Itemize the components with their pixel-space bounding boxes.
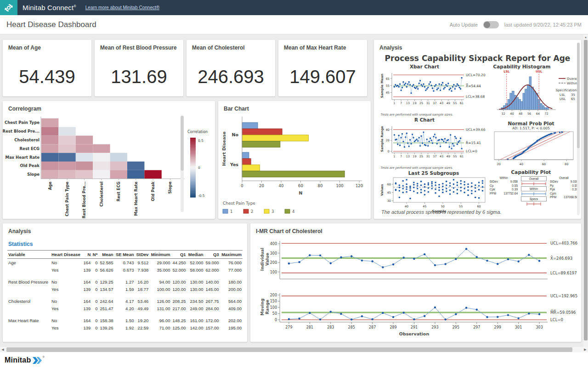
svg-text:287: 287 <box>369 325 376 329</box>
brand-registered-mark: ® <box>74 5 76 8</box>
svg-text:13: 13 <box>406 101 410 105</box>
svg-text:USL: USL <box>560 97 566 101</box>
svg-text:49: 49 <box>447 155 450 158</box>
svg-text:UCL=39.66: UCL=39.66 <box>466 128 486 132</box>
kpi-value: 149.607 <box>278 67 367 87</box>
svg-text:37: 37 <box>433 155 436 158</box>
vertical-scrollbar[interactable]: ▲ <box>583 34 588 347</box>
svg-text:7: 7 <box>400 101 402 105</box>
svg-text:300: 300 <box>270 251 277 256</box>
xbar-chart: Xbar Chart 45556517131925313743495561UCL… <box>379 64 489 113</box>
horizontal-scrollbar-thumb[interactable] <box>6 347 572 352</box>
statistics-table: VariableHeart DiseaseNN*MeanSE MeanStDev… <box>7 250 243 336</box>
sixpack-scrollbar-thumb[interactable] <box>577 43 580 148</box>
auto-update-toggle[interactable] <box>483 21 499 28</box>
svg-text:No: No <box>232 132 239 137</box>
svg-text:60: 60 <box>477 205 481 208</box>
svg-text:55: 55 <box>453 101 457 105</box>
prob-plot-title: Normal Prob Plot <box>490 121 572 126</box>
minitab-footer-logo: Minitab <box>5 356 31 364</box>
svg-text:60: 60 <box>542 162 546 166</box>
svg-text:40: 40 <box>405 205 408 208</box>
svg-text:Old Peak: Old Peak <box>151 181 155 201</box>
panel-title: Correlogram <box>3 101 215 112</box>
svg-text:50: 50 <box>272 312 277 316</box>
svg-text:43: 43 <box>440 101 443 105</box>
svg-text:LCL=38.68: LCL=38.68 <box>466 95 485 99</box>
svg-text:80: 80 <box>318 184 323 188</box>
panel-title: Analysis <box>374 40 581 51</box>
capability-plot-body: WithinStDev9.058Cp0.55Cpk0.39PPM137752.6… <box>490 176 578 206</box>
svg-text:X̄=246.693: X̄=246.693 <box>550 256 572 261</box>
vertical-scrollbar-thumb[interactable] <box>584 40 588 340</box>
panel-title: Bar Chart <box>218 101 371 112</box>
svg-text:65: 65 <box>571 97 575 101</box>
last-updated-text: last updated 9/20/22, 12:45:23 PM <box>504 22 582 28</box>
svg-text:2: 2 <box>251 209 253 214</box>
scroll-left-arrow-icon[interactable]: ◀ <box>0 347 6 352</box>
svg-text:Individual: Individual <box>260 248 265 271</box>
capability-histogram-plot: LSLUSL324048566472OverallWithinSpecifica… <box>490 69 578 121</box>
toggle-knob <box>484 22 490 28</box>
capability-histogram: Capability Histogram LSLUSL324048566472O… <box>490 64 578 123</box>
svg-text:281: 281 <box>306 325 313 329</box>
svg-text:289: 289 <box>390 325 396 329</box>
svg-text:Yes: Yes <box>230 162 238 167</box>
svg-text:100: 100 <box>336 184 343 188</box>
svg-text:301: 301 <box>515 325 522 329</box>
panel-title: Analysis <box>3 223 247 234</box>
table-row: Max Heart RateNo1640158.381.5019.2096.00… <box>7 317 243 324</box>
horizontal-scrollbar[interactable]: ◀ ▶ <box>0 347 588 352</box>
svg-text:3: 3 <box>271 209 274 214</box>
svg-text:200: 200 <box>270 293 277 297</box>
svg-text:Sample Range: Sample Range <box>380 126 384 152</box>
panel-title: I-MR Chart of Cholesterol <box>250 223 581 234</box>
correlogram-card: Correlogram 0.2Chest Pain Type0.33-0.06R… <box>3 101 215 219</box>
svg-text:Max Heart Rate: Max Heart Rate <box>5 155 40 160</box>
page-footer: Minitab ® <box>0 352 588 368</box>
table-spacer-row <box>7 331 243 336</box>
svg-text:UCL=70.20: UCL=70.20 <box>466 73 486 77</box>
svg-text:0.5: 0.5 <box>198 139 204 143</box>
table-row: AgeNo164052.5850.7439.51229.00044.25052.… <box>7 259 243 267</box>
r-chart: R Chart 0204017131925313743495561UCL=39.… <box>379 117 489 167</box>
imr-chart-plot: 100200300400UCL=403.766X̄=246.693LCL=89.… <box>250 235 581 341</box>
statistics-heading[interactable]: Statistics <box>3 234 247 250</box>
svg-text:UCL=192.965: UCL=192.965 <box>550 294 577 298</box>
svg-text:80: 80 <box>565 162 568 166</box>
svg-text:Cholesterol: Cholesterol <box>14 138 40 142</box>
svg-text:Chest Pain Type: Chest Pain Type <box>65 181 69 216</box>
svg-text:45: 45 <box>386 91 390 95</box>
svg-text:4: 4 <box>292 209 294 214</box>
scroll-up-arrow-icon[interactable]: ▲ <box>583 34 588 40</box>
svg-text:283: 283 <box>327 325 334 329</box>
svg-text:50: 50 <box>441 205 445 208</box>
sixpack-scrollbar[interactable] <box>577 43 580 215</box>
svg-text:293: 293 <box>431 325 438 329</box>
svg-text:55: 55 <box>386 84 390 88</box>
table-row: CholesterolNo1640242.644.1753.46126.0020… <box>7 297 243 305</box>
learn-more-link[interactable]: Learn more about Minitab Connect® <box>85 5 159 10</box>
table-spacer-row <box>7 312 243 317</box>
table-row: Yes139056.6260.6737.93835.00052.00058.00… <box>7 266 243 273</box>
r-chart-plot: 0204017131925313743495561UCL=39.66R̄=15.… <box>379 123 489 165</box>
kpi-title: Mean of Max Heart Rate <box>278 40 367 51</box>
svg-text:100: 100 <box>270 306 277 310</box>
svg-text:X̿=54.44: X̿=54.44 <box>466 84 481 88</box>
svg-text:LCL=0: LCL=0 <box>550 318 563 322</box>
svg-text:291: 291 <box>411 325 418 329</box>
svg-text:Heart Disease: Heart Disease <box>221 131 226 166</box>
table-spacer-row <box>7 293 243 297</box>
table-spacer-row <box>7 273 243 278</box>
svg-text:40: 40 <box>279 184 284 188</box>
svg-text:37: 37 <box>433 101 436 105</box>
svg-text:1: 1 <box>230 209 232 214</box>
tests-note-2: Tests are performed with unequal sample … <box>380 166 453 170</box>
footer-registered-mark: ® <box>42 356 44 358</box>
svg-text:303: 303 <box>536 325 543 329</box>
svg-text:120: 120 <box>356 184 363 188</box>
scroll-right-arrow-icon[interactable]: ▶ <box>582 347 588 352</box>
kpi-value: 54.439 <box>3 67 91 87</box>
kpi-card-mean-cholesterol: Mean of Cholesterol 246.693 <box>187 40 275 96</box>
svg-text:40: 40 <box>386 128 390 132</box>
